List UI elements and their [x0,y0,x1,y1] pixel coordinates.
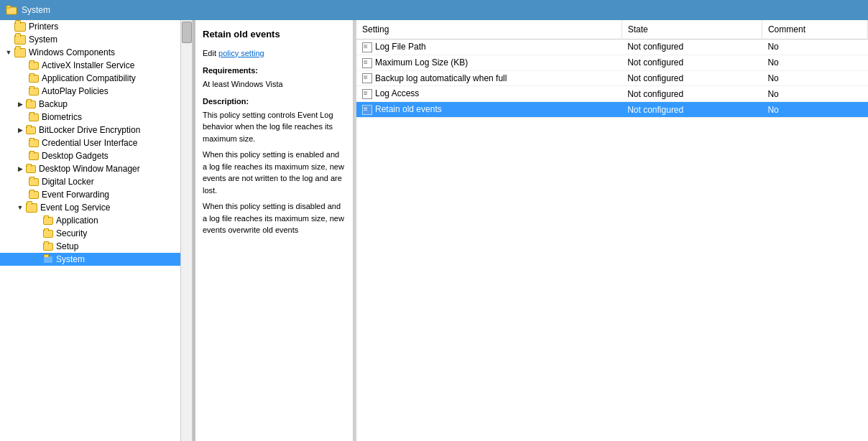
setting-icon-log-file-path: ≡ [362,42,372,52]
expander-windows-components: ▼ [3,47,14,58]
cell-state-max-log-size: Not configured [622,55,762,70]
settings-pane: Setting State Comment ≡Log File PathNot … [356,20,868,441]
col-header-state[interactable]: State [622,20,762,40]
desc-policy-link[interactable]: policy setting [218,49,264,57]
tree-item-bitlocker[interactable]: ▶ BitLocker Drive Encryption [0,124,192,136]
expander-app-compat [17,73,29,84]
cell-comment-retain-old-events: No [762,102,867,118]
expander-activex [17,60,29,71]
desc-text-3: When this policy setting is disabled and… [203,200,346,236]
expander-printers [3,21,14,32]
tree-label-activex: ActiveX Installer Service [42,60,134,70]
title-bar-icon [6,4,17,16]
tree-item-desktop-gadgets[interactable]: Desktop Gadgets [0,149,192,162]
setting-icon-max-log-size: ≡ [362,58,372,68]
tree-label-system: System [29,34,57,45]
tree-item-digital-locker[interactable]: Digital Locker [0,175,192,188]
tree-label-event-forwarding: Event Forwarding [42,190,109,200]
tree-label-security: Security [56,228,87,238]
tree-item-event-forwarding[interactable]: Event Forwarding [0,188,192,201]
main-container: System Printers System ▼ Windows Compone… [0,0,868,441]
expander-desktop-window-mgr: ▶ [14,163,26,175]
desc-edit-line: Edit policy setting [203,47,346,60]
title-bar-text: System [22,5,50,15]
expander-system-sub [32,254,43,265]
tree-item-app-compat[interactable]: Application Compatibility [0,72,192,85]
tree-item-credential-ui[interactable]: Credential User Interface [0,136,192,149]
folder-icon-security [43,230,53,238]
cell-setting-label-log-access: Log Access [375,88,419,98]
cell-setting-log-access: ≡Log Access [356,86,622,102]
tree-item-security[interactable]: Security [0,227,192,240]
cell-state-retain-old-events: Not configured [622,102,762,118]
tree-label-desktop-window-mgr: Desktop Window Manager [39,164,140,174]
table-header-row: Setting State Comment [356,20,868,40]
tree-item-event-log-service[interactable]: ▼ Event Log Service [0,201,192,214]
folder-icon-windows-components [14,48,26,57]
expander-system [3,34,14,45]
cell-setting-max-log-size: ≡Maximum Log Size (KB) [356,55,622,70]
col-header-setting[interactable]: Setting [356,20,622,40]
tree-item-backup[interactable]: ▶ Backup [0,98,192,111]
table-row[interactable]: ≡Backup log automatically when fullNot c… [356,70,868,86]
cell-setting-label-max-log-size: Maximum Log Size (KB) [375,57,468,68]
folder-icon-credential-ui [29,139,39,147]
col-header-comment[interactable]: Comment [762,20,867,40]
folder-icon-system-sub [43,256,53,264]
tree-label-bitlocker: BitLocker Drive Encryption [39,125,140,135]
desc-requirements-value: At least Windows Vista [203,78,346,90]
setting-icon-retain-old-events: ≡ [362,105,372,115]
folder-icon-autoplay [29,88,39,96]
splitter-handle[interactable] [193,20,195,441]
table-row[interactable]: ≡Maximum Log Size (KB)Not configuredNo [356,55,868,70]
setting-icon-log-access: ≡ [362,89,372,99]
tree-item-printers[interactable]: Printers [0,20,192,33]
expander-backup: ▶ [14,98,26,110]
splitter-left[interactable] [193,20,195,441]
folder-icon-desktop-gadgets [29,152,39,160]
folder-icon-activex [29,62,39,70]
tree-item-system[interactable]: System [0,33,192,46]
desc-title: Retain old events [203,27,346,42]
tree-item-application[interactable]: Application [0,214,192,227]
expander-event-forwarding [17,189,29,200]
expander-event-log-service: ▼ [14,202,26,213]
cell-comment-log-file-path: No [762,40,867,55]
cell-setting-label-log-file-path: Log File Path [375,42,426,52]
expander-credential-ui [17,137,29,149]
tree-scrollbar[interactable] [180,20,192,441]
tree-item-system-sub[interactable]: System [0,253,192,266]
table-row[interactable]: ≡Log File PathNot configuredNo [356,40,868,55]
tree-item-biometrics[interactable]: Biometrics [0,111,192,124]
cell-comment-max-log-size: No [762,55,867,70]
cell-state-log-file-path: Not configured [622,40,762,55]
folder-icon-bitlocker [26,126,36,134]
tree-label-app-compat: Application Compatibility [42,73,136,83]
tree-label-autoplay: AutoPlay Policies [42,86,108,96]
cell-setting-backup-log: ≡Backup log automatically when full [356,70,622,86]
expander-setup [32,241,43,252]
cell-comment-backup-log: No [762,70,867,86]
table-row[interactable]: ≡Retain old eventsNot configuredNo [356,102,868,118]
tree-item-setup[interactable]: Setup [0,240,192,253]
tree-item-autoplay[interactable]: AutoPlay Policies [0,85,192,98]
tree-label-windows-components: Windows Components [29,47,115,57]
folder-icon-desktop-window-mgr [26,165,36,173]
tree-label-credential-ui: Credential User Interface [42,138,137,148]
folder-icon-event-forwarding [29,191,39,199]
table-row[interactable]: ≡Log AccessNot configuredNo [356,86,868,102]
tree-pane: Printers System ▼ Windows Components Act… [0,20,193,441]
tree-item-windows-components[interactable]: ▼ Windows Components [0,46,192,59]
cell-setting-log-file-path: ≡Log File Path [356,40,622,55]
desc-requirements-label: Requirements: [203,65,346,77]
tree-label-desktop-gadgets: Desktop Gadgets [42,151,108,161]
folder-icon-backup [26,101,36,108]
cell-comment-log-access: No [762,86,867,102]
tree-scrollbar-thumb[interactable] [182,22,192,43]
desc-text-1: This policy setting controls Event Log b… [203,109,346,145]
folder-icon-biometrics [29,113,39,121]
folder-icon-app-compat [29,75,39,83]
expander-security [32,228,43,239]
tree-item-activex[interactable]: ActiveX Installer Service [0,59,192,72]
tree-item-desktop-window-mgr[interactable]: ▶ Desktop Window Manager [0,162,192,175]
